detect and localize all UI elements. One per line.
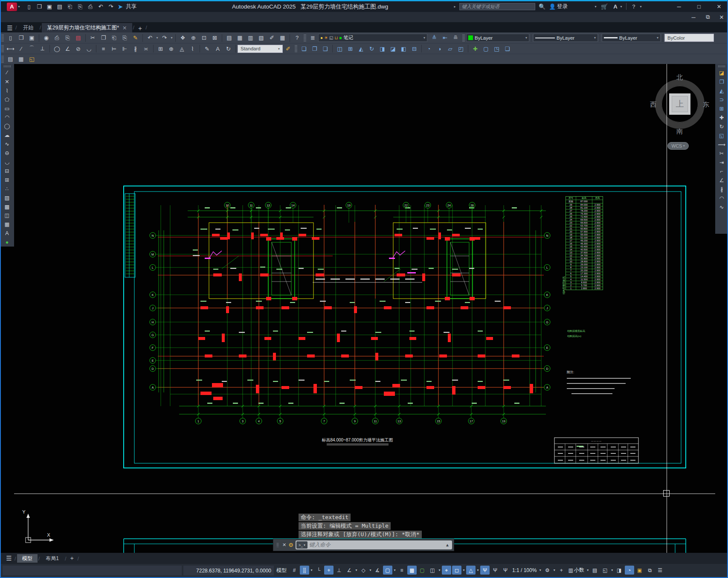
save-icon[interactable]: ▣	[45, 3, 54, 11]
coordinates-display[interactable]: 7228.6378, 119649.2731, 0.0000	[183, 566, 274, 575]
tab-close-icon[interactable]: ✕	[122, 25, 127, 31]
batch-plot-icon[interactable]: ⎘	[62, 33, 73, 42]
share-label[interactable]: 共享	[126, 3, 136, 10]
move-icon[interactable]: ✚	[716, 113, 727, 122]
a-caret-icon[interactable]: ▾	[619, 5, 623, 9]
publish-dwf-icon[interactable]: ▤	[73, 33, 84, 42]
interfere-icon[interactable]: ⊟	[409, 44, 420, 53]
help-icon[interactable]: ？	[629, 3, 638, 11]
open-icon[interactable]: ❒	[16, 33, 26, 42]
new-tab-icon[interactable]: ＋	[135, 24, 145, 32]
mirror-icon[interactable]: ◭	[716, 86, 727, 95]
markup-import-icon[interactable]: ▤	[5, 55, 16, 64]
properties-icon[interactable]: ▤	[224, 33, 235, 42]
drawing-canvas[interactable]: 1011131419222324261345791113151719NMLKJH…	[0, 64, 728, 553]
3d-move-icon[interactable]: ◫	[334, 44, 345, 53]
redo-icon[interactable]: ↷	[159, 33, 170, 42]
plot-icon[interactable]: ⎙	[52, 33, 62, 42]
dim-edit-icon[interactable]: ✎	[202, 44, 212, 53]
command-close-icon[interactable]: ✕	[282, 542, 286, 548]
zoom-previous-icon[interactable]: ⊠	[209, 33, 220, 42]
revision-cloud-icon[interactable]: ☁	[2, 131, 12, 139]
close-button[interactable]: ✕	[713, 2, 725, 12]
save-as-icon[interactable]: ▤	[55, 3, 64, 11]
paste-clip-icon[interactable]: ⎗	[109, 33, 119, 42]
selection-cycling-toggle[interactable]: ▢	[418, 566, 427, 575]
markup-assist-icon[interactable]: ▦	[16, 55, 26, 64]
create-block-icon[interactable]: ⊞	[2, 175, 12, 184]
stretch-icon[interactable]: ⟿	[716, 140, 727, 149]
wcs-menu[interactable]: WCS▾	[667, 142, 689, 150]
sheet-set-manager-icon[interactable]: ▧	[256, 33, 267, 42]
isolate-objects-toggle[interactable]: ◨	[615, 566, 624, 575]
isometric-drafting-toggle[interactable]: ◇	[359, 566, 368, 575]
dim-radius-icon[interactable]: ◯	[52, 44, 62, 53]
polygon-icon[interactable]: ⬠	[2, 95, 12, 104]
zoom-window-icon[interactable]: ⊡	[199, 33, 209, 42]
match-properties-icon[interactable]: ✎	[130, 33, 141, 42]
break-icon[interactable]: ∦	[716, 185, 727, 194]
markup-set-manager-icon[interactable]: ✐	[267, 33, 277, 42]
array-icon[interactable]: ⊞	[716, 104, 727, 113]
command-prompt-icon[interactable]: >_ ▾	[296, 541, 307, 549]
3d-object-snap-caret-icon[interactable]: ▾	[438, 568, 441, 572]
tab-model[interactable]: 模型	[17, 554, 38, 563]
quick-properties-toggle[interactable]: ▤	[590, 566, 600, 575]
customization-toggle[interactable]: ☰	[655, 566, 665, 575]
doc-close-button[interactable]: ✕	[715, 13, 728, 21]
lineweight-display-toggle[interactable]: ≡	[397, 566, 406, 575]
plot-icon[interactable]: ⎙	[86, 3, 95, 11]
chamfer-icon[interactable]: ∠	[716, 176, 727, 185]
viewcube-north[interactable]: 北	[676, 73, 683, 81]
search-input[interactable]: 键入关键字或短语	[459, 3, 535, 10]
solid-wedge-icon[interactable]: ❑	[320, 44, 331, 53]
qnew-icon[interactable]: ▯	[5, 33, 16, 42]
minimize-button[interactable]: ─	[673, 2, 685, 12]
command-bar[interactable]: ✕ ⚙ >_ ▾ 键入命令 ▲	[273, 539, 454, 551]
trace-icon[interactable]: ◱	[26, 55, 37, 64]
open-from-web-icon[interactable]: ⎗	[65, 3, 75, 11]
layer-properties-icon[interactable]: ≣	[307, 33, 318, 42]
signin-caret-icon[interactable]: ▾	[594, 5, 597, 9]
selection-filtering-toggle[interactable]: ◻	[452, 566, 461, 575]
dim-diameter-icon[interactable]: ⊘	[73, 44, 84, 53]
model-space-label[interactable]: 模型	[276, 567, 287, 574]
rotate-icon[interactable]: ↻	[716, 122, 727, 131]
help-icon[interactable]: ?	[292, 33, 302, 42]
spline-icon[interactable]: ∿	[2, 139, 12, 148]
dim-space-icon[interactable]: ≍	[141, 44, 151, 53]
copy-clip-icon[interactable]: ❐	[98, 33, 109, 42]
dim-update-icon[interactable]: ↻	[223, 44, 234, 53]
gizmo-caret-icon[interactable]: ▾	[476, 568, 480, 572]
dim-baseline-icon[interactable]: ⊨	[109, 44, 119, 53]
transparency-toggle[interactable]: ▩	[407, 566, 417, 575]
region-icon[interactable]: ◫	[2, 211, 12, 220]
tab-start[interactable]: 开始	[18, 23, 39, 32]
save-to-web-icon[interactable]: ⎘	[75, 3, 85, 11]
dim-continue-icon[interactable]: ⊩	[119, 44, 130, 53]
erase-icon[interactable]: ◪	[716, 68, 727, 77]
workspace-toggle[interactable]: ⚙	[542, 566, 552, 575]
units-caret-icon[interactable]: ▾	[586, 568, 590, 572]
dim-inspect-icon[interactable]: ◬	[177, 44, 187, 53]
doc-minimize-button[interactable]: ─	[687, 13, 700, 21]
3d-array-icon[interactable]: ⊞	[345, 44, 356, 53]
selection-filtering-caret-icon[interactable]: ▾	[462, 568, 466, 572]
polyline-icon[interactable]: ⌇	[2, 86, 12, 95]
fillet-edge-icon[interactable]: ◔	[423, 44, 434, 53]
scale-icon[interactable]: ◱	[716, 131, 727, 140]
hatch-icon[interactable]: ▨	[2, 193, 12, 202]
tab-layout1[interactable]: 布局1	[41, 554, 64, 563]
share-icon[interactable]: ➤	[116, 3, 125, 11]
spline-edit-icon[interactable]: ∿	[716, 203, 727, 212]
zoom-realtime-icon[interactable]: ⊕	[188, 33, 199, 42]
slice-icon[interactable]: ◪	[388, 44, 398, 53]
hardware-acceleration-toggle[interactable]: ▣	[635, 566, 644, 575]
circle-icon[interactable]: ◯	[2, 122, 12, 131]
extrude-icon[interactable]: ❏	[502, 44, 513, 53]
scale-value-caret-icon[interactable]: ▾	[538, 568, 542, 572]
object-snap-toggle[interactable]: ▢	[383, 566, 392, 575]
ellipse-arc-icon[interactable]: ◡	[2, 157, 12, 166]
object-snap-caret-icon[interactable]: ▾	[393, 568, 397, 572]
dim-break-icon[interactable]: ∦	[130, 44, 141, 53]
